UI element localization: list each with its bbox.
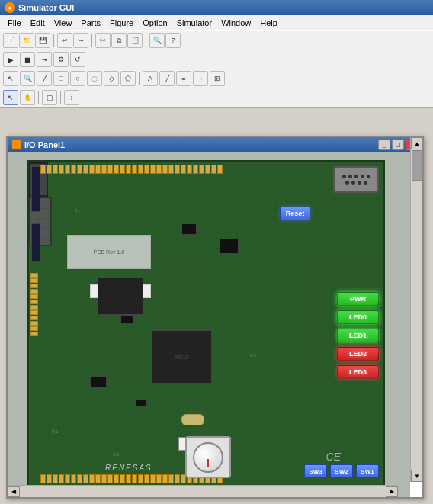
- pin: [168, 165, 174, 174]
- undo-button[interactable]: ↩: [57, 33, 72, 48]
- led1-indicator[interactable]: LED1: [337, 329, 379, 342]
- led3-indicator[interactable]: LED3: [337, 365, 379, 379]
- menu-view[interactable]: View: [50, 17, 77, 29]
- sw3-label: SW3: [309, 468, 322, 475]
- select-btn[interactable]: ↖: [3, 90, 18, 105]
- left-pin-header: [30, 273, 40, 336]
- save-button[interactable]: 💾: [35, 33, 50, 48]
- scroll-down-arrow[interactable]: ▼: [411, 470, 423, 482]
- poly-button[interactable]: ⬠: [120, 71, 136, 86]
- sw1-button[interactable]: SW1: [356, 464, 379, 478]
- arc-button[interactable]: ◌: [87, 71, 102, 86]
- pin: [30, 278, 38, 283]
- pwr-led-label: PWR: [350, 295, 366, 303]
- menu-parts[interactable]: Parts: [76, 17, 105, 29]
- pcb-marking-1: J1: [75, 208, 81, 213]
- copy-button[interactable]: ⧉: [111, 33, 127, 48]
- scroll-up-arrow[interactable]: ▲: [411, 137, 423, 149]
- pin: [40, 165, 46, 174]
- dsub-connector: [333, 166, 379, 193]
- text-button[interactable]: A: [143, 71, 158, 86]
- sw2-button[interactable]: SW2: [330, 464, 353, 478]
- step-button[interactable]: ⇥: [37, 52, 52, 67]
- tb4-sep2: [60, 91, 61, 104]
- ellipse-button[interactable]: ○: [70, 71, 85, 86]
- open-button[interactable]: 📁: [19, 33, 34, 48]
- pin: [162, 165, 168, 174]
- line2-btn[interactable]: =: [176, 71, 191, 86]
- pin: [59, 165, 64, 174]
- menu-figure[interactable]: Figure: [105, 17, 138, 29]
- arrow-btn[interactable]: →: [193, 71, 208, 86]
- run-button[interactable]: ▶: [3, 52, 18, 67]
- menu-simulator[interactable]: Simulator: [172, 17, 216, 29]
- diamond-button[interactable]: ◇: [104, 71, 119, 86]
- app-title: Simulator GUI: [18, 3, 74, 12]
- debug-button[interactable]: ⚙: [53, 52, 69, 67]
- reset-button[interactable]: ↺: [70, 52, 85, 67]
- grid-btn[interactable]: ⊞: [210, 71, 225, 86]
- pot-indicator: [207, 459, 209, 467]
- reset-btn[interactable]: Reset: [280, 207, 310, 220]
- content-wrapper: PCB Rev 1.0 |||||||||||||||||||||| MCU: [8, 152, 425, 497]
- menu-help[interactable]: Help: [255, 17, 282, 29]
- pin: [217, 165, 223, 174]
- reset-btn-label: Reset: [286, 210, 305, 217]
- menu-window[interactable]: Window: [216, 17, 255, 29]
- main-chip: MCU: [151, 330, 212, 384]
- pin: [30, 305, 38, 310]
- led2-indicator[interactable]: LED2: [337, 347, 379, 361]
- pin: [138, 165, 143, 174]
- maximize-button[interactable]: □: [392, 140, 404, 150]
- scroll-thumb[interactable]: [412, 150, 422, 181]
- help-btn[interactable]: ?: [165, 33, 181, 48]
- pin: [101, 474, 107, 483]
- toolbar-sep-2: [91, 34, 92, 47]
- minimize-button[interactable]: _: [378, 140, 390, 150]
- menu-file[interactable]: File: [3, 17, 26, 29]
- pin: [168, 474, 174, 483]
- led0-indicator[interactable]: LED0: [337, 310, 379, 324]
- menu-edit[interactable]: Edit: [26, 17, 50, 29]
- small-chip-5: [136, 399, 147, 406]
- led0-label: LED0: [349, 313, 367, 321]
- rect-button[interactable]: □: [53, 71, 69, 86]
- pin: [150, 165, 156, 174]
- dsub-pin: [364, 181, 367, 185]
- cut-button[interactable]: ✂: [95, 33, 111, 48]
- stop-button[interactable]: ⏹: [20, 52, 35, 67]
- wire-button[interactable]: ╱: [37, 71, 52, 86]
- pin: [114, 165, 119, 174]
- tb3-sep: [139, 72, 140, 85]
- pin: [77, 474, 82, 483]
- redo-button[interactable]: ↪: [73, 33, 88, 48]
- pin: [150, 474, 156, 483]
- pot-dial[interactable]: [193, 442, 223, 473]
- tb4-btn1[interactable]: ▢: [42, 90, 57, 105]
- find-button[interactable]: 🔍: [149, 33, 165, 48]
- pin: [187, 165, 192, 174]
- dsub-pin: [342, 175, 346, 178]
- pointer-button[interactable]: ↖: [3, 71, 18, 86]
- menu-option[interactable]: Option: [138, 17, 172, 29]
- sw-button-panel: SW1 SW2 SW3: [304, 464, 379, 478]
- app-icon: ●: [5, 2, 15, 13]
- pin: [30, 316, 38, 320]
- pwr-led[interactable]: PWR: [337, 292, 379, 306]
- sw3-button[interactable]: SW3: [304, 464, 327, 478]
- scroll-left-arrow[interactable]: ◀: [8, 486, 20, 497]
- vertical-scrollbar[interactable]: ▲ ▼: [410, 137, 422, 482]
- scroll-right-arrow[interactable]: ▶: [386, 486, 398, 497]
- potentiometer[interactable]: [185, 436, 231, 478]
- pcb-container: PCB Rev 1.0 |||||||||||||||||||||| MCU: [15, 160, 396, 492]
- paste-button[interactable]: 📋: [127, 33, 143, 48]
- new-button[interactable]: 📄: [3, 33, 18, 48]
- sw2-label: SW2: [335, 468, 348, 475]
- scroll-track[interactable]: [20, 486, 386, 497]
- tb4-btn2[interactable]: ↕: [64, 90, 79, 105]
- horizontal-scrollbar[interactable]: ◀ ▶: [8, 485, 398, 497]
- hand-btn[interactable]: ✋: [20, 90, 35, 105]
- zoom-button[interactable]: 🔍: [20, 71, 35, 86]
- pin: [30, 273, 38, 278]
- line-btn[interactable]: ╱: [159, 71, 175, 86]
